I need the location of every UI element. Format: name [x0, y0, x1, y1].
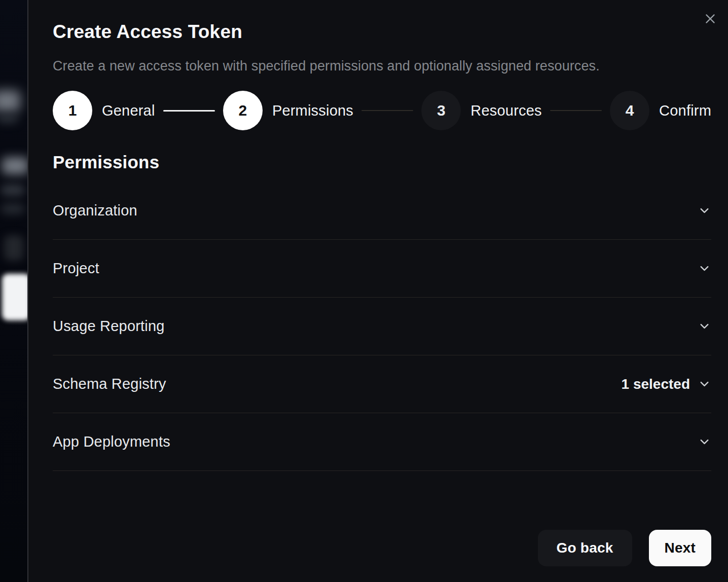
background-blur-text — [2, 157, 27, 174]
chevron-down-icon — [698, 204, 711, 217]
background-blur-text — [0, 90, 20, 112]
stepper: 1 General 2 Permissions 3 Resources 4 Co… — [53, 91, 711, 130]
step-general: 1 General — [53, 91, 155, 130]
step-label-general: General — [102, 102, 155, 119]
modal-subtitle: Create a new access token with specified… — [53, 58, 711, 74]
permission-group-usage-reporting[interactable]: Usage Reporting — [53, 298, 711, 355]
step-connector — [361, 110, 413, 111]
step-label-confirm: Confirm — [659, 102, 711, 119]
permissions-heading: Permissions — [53, 153, 711, 171]
permission-group-label: Project — [53, 260, 99, 277]
permission-group-label: App Deployments — [53, 433, 170, 450]
permission-group-label: Organization — [53, 202, 137, 219]
background-blur-icon — [4, 235, 23, 261]
modal-title: Create Access Token — [53, 22, 711, 41]
close-icon[interactable] — [701, 9, 720, 28]
step-number-3: 3 — [421, 91, 461, 130]
step-connector — [550, 110, 602, 111]
step-confirm: 4 Confirm — [610, 91, 711, 130]
step-label-permissions: Permissions — [272, 102, 353, 119]
permission-groups-list: Organization Project Usage Reporting — [53, 182, 711, 471]
permission-group-label: Schema Registry — [53, 376, 166, 392]
step-number-4: 4 — [610, 91, 649, 130]
step-connector — [163, 110, 215, 112]
step-number-1: 1 — [53, 91, 92, 130]
permission-group-schema-registry[interactable]: Schema Registry 1 selected — [53, 355, 711, 413]
permission-group-label: Usage Reporting — [53, 318, 165, 335]
chevron-down-icon — [698, 319, 711, 333]
screen: Create Access Token Create a new access … — [0, 0, 728, 582]
background-blur-text — [1, 204, 24, 214]
step-number-2: 2 — [223, 91, 263, 130]
background-blur-text — [1, 185, 24, 196]
step-resources: 3 Resources — [421, 91, 541, 130]
next-button[interactable]: Next — [649, 530, 712, 566]
background-blur-card — [2, 274, 27, 320]
chevron-down-icon — [698, 435, 711, 449]
background-page — [0, 0, 27, 582]
permission-group-organization[interactable]: Organization — [53, 182, 711, 240]
create-access-token-modal: Create Access Token Create a new access … — [27, 0, 728, 582]
chevron-down-icon — [698, 262, 711, 275]
permission-group-app-deployments[interactable]: App Deployments — [53, 413, 711, 471]
selected-count-badge: 1 selected — [622, 376, 690, 392]
chevron-down-icon — [698, 377, 711, 391]
step-label-resources: Resources — [470, 102, 541, 119]
background-blur-text — [0, 116, 18, 123]
step-permissions: 2 Permissions — [223, 91, 353, 130]
permission-group-project[interactable]: Project — [53, 240, 711, 298]
go-back-button[interactable]: Go back — [538, 530, 632, 566]
modal-footer: Go back Next — [53, 530, 711, 566]
